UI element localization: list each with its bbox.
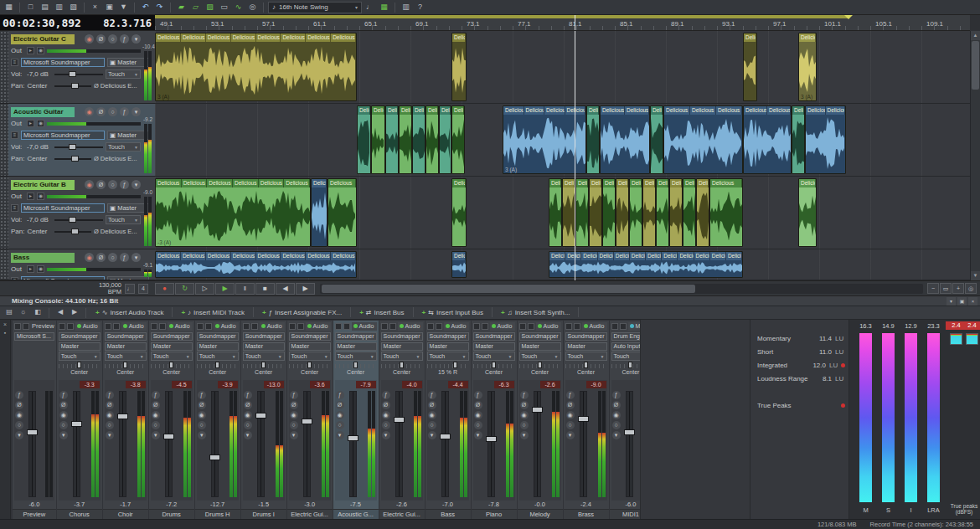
- fader-handle[interactable]: [255, 413, 266, 419]
- mute-button[interactable]: Ø: [96, 180, 106, 189]
- tempo-display[interactable]: 130,000 BPM: [99, 282, 121, 295]
- strip-mute-button[interactable]: ◉: [336, 411, 344, 419]
- strip-solo-button[interactable]: ○: [244, 421, 252, 429]
- clip-header[interactable]: Delicious: [400, 106, 411, 115]
- audio-clip[interactable]: Delicious: [311, 178, 328, 247]
- audio-clip[interactable]: Delicious: [439, 105, 451, 174]
- strip-device-button[interactable]: Soundmapper: [473, 332, 515, 341]
- strip-solo-button[interactable]: ○: [15, 421, 23, 429]
- strip-fx-button[interactable]: ƒ: [474, 391, 482, 399]
- strip-automation-select[interactable]: Touch▼: [519, 352, 561, 361]
- audio-clip[interactable]: DeliciousDeliciousDeliciousDeliciousDeli…: [155, 251, 357, 278]
- strip-output-button[interactable]: ▾: [15, 431, 23, 439]
- strip-solo-button[interactable]: ○: [520, 421, 529, 429]
- volume-slider-handle[interactable]: [69, 144, 76, 150]
- pan-value[interactable]: Center: [27, 82, 52, 90]
- strip-bus-button[interactable]: Master: [289, 342, 331, 351]
- audio-clip[interactable]: Delicious: [629, 178, 642, 247]
- strip-solo-button[interactable]: ○: [566, 421, 575, 429]
- audio-clip[interactable]: Delicious: [602, 178, 616, 247]
- fader-handle[interactable]: [578, 416, 589, 422]
- pan-slider-handle[interactable]: [628, 362, 632, 368]
- routing-icon[interactable]: ▸: [27, 120, 34, 127]
- mixer-next-icon[interactable]: ▶: [69, 307, 80, 318]
- window-menu-icon[interactable]: ▦: [3, 2, 15, 13]
- track-name[interactable]: Bass: [11, 253, 75, 263]
- strip-peak-readout[interactable]: -3.9: [218, 381, 238, 388]
- strip-fx-button[interactable]: ƒ: [336, 391, 344, 399]
- strip-automation-select[interactable]: Touch▼: [151, 352, 193, 361]
- strip-kind-chip[interactable]: Audio: [444, 322, 469, 331]
- mixing-console-titlebar[interactable]: Mixing Console: 44.100 Hz; 16 Bit ▾ ▣ ×: [0, 296, 980, 306]
- strip-fx-button[interactable]: ƒ: [290, 391, 298, 399]
- clip-header[interactable]: DeliciousDeliciousDeliciousDeliciousDeli…: [156, 252, 356, 260]
- clip-header[interactable]: Delicious: [799, 33, 816, 42]
- strip-fx-button[interactable]: ƒ: [244, 391, 252, 399]
- strip-power-button[interactable]: [105, 323, 111, 330]
- automation-mode-select[interactable]: Touch▼: [106, 142, 141, 152]
- clip-header[interactable]: DeliciousDeliciousDelicious: [664, 106, 742, 115]
- strip-kind-chip[interactable]: Audio: [490, 322, 515, 331]
- strip-automation-select[interactable]: Touch▼: [427, 352, 469, 361]
- strip-automation-select[interactable]: Touch▼: [335, 352, 377, 361]
- routing-icon[interactable]: ▸: [27, 47, 34, 54]
- mixer-strip[interactable]: AudioSoundmapperMasterTouch▼CenterƒØ◉○▾-…: [379, 321, 425, 519]
- pan-slider[interactable]: [473, 362, 515, 368]
- strip-automation-select[interactable]: Touch▼: [59, 352, 101, 361]
- strip-peak-readout[interactable]: -4.5: [172, 381, 192, 388]
- strip-device-button[interactable]: Microsoft S...: [14, 332, 54, 341]
- strip-power-button[interactable]: [335, 323, 342, 330]
- audio-clip[interactable]: DeliciousDelicious: [600, 105, 650, 174]
- strip-name[interactable]: Electric Gui...: [287, 509, 333, 519]
- track-fx-chain[interactable]: ØDelicious E...: [94, 82, 141, 90]
- groove-swing-select[interactable]: ♪16th Note Swing▾: [268, 2, 362, 13]
- mixer-strip[interactable]: AudioSoundmapperMasterTouch▼CenterƒØ◉○▾-…: [333, 321, 379, 519]
- solo-button[interactable]: ○: [108, 253, 117, 262]
- monitor-icon[interactable]: ◉: [37, 120, 44, 127]
- mixer-view-icon[interactable]: ▤: [3, 307, 15, 318]
- strip-output-button[interactable]: ▾: [152, 431, 160, 439]
- audio-clip[interactable]: Delicious: [371, 105, 385, 174]
- mixer-dock-pin-icon[interactable]: ▪: [4, 330, 6, 336]
- strip-device-button[interactable]: Soundmapper: [335, 332, 377, 341]
- pan-slider-handle[interactable]: [538, 362, 542, 368]
- clip-header[interactable]: Delicious: [563, 179, 575, 187]
- volume-value[interactable]: -7,0 dB: [27, 216, 52, 223]
- strip-auto-button[interactable]: [343, 323, 350, 330]
- strip-power-button[interactable]: [473, 323, 480, 330]
- project-properties-icon[interactable]: ▧: [67, 2, 80, 13]
- pan-slider[interactable]: [54, 155, 91, 162]
- strip-fx-button[interactable]: ƒ: [198, 391, 206, 399]
- strip-auto-button[interactable]: [389, 323, 396, 330]
- strip-bus-button[interactable]: Master: [197, 342, 239, 351]
- automation-mode-select[interactable]: Touch▼: [106, 215, 141, 224]
- insert-button-1[interactable]: +∿Insert Audio Track: [91, 307, 168, 318]
- scroll-up-arrow-icon[interactable]: ▲: [971, 31, 980, 40]
- mixer-strip[interactable]: AudioSoundmapperMasterTouch▼CenterƒØ◉○▾-…: [518, 321, 563, 519]
- output-device-button[interactable]: Microsoft Soundmapper: [21, 203, 105, 213]
- volume-fader[interactable]: [165, 391, 173, 497]
- strip-kind-chip[interactable]: Audio: [536, 322, 561, 331]
- mixer-toggle-icon[interactable]: ▥: [400, 2, 412, 13]
- strip-output-button[interactable]: ▾: [382, 431, 390, 439]
- mixer-dock-close-icon[interactable]: ×: [3, 321, 7, 327]
- audio-clip[interactable]: Delicious: [357, 105, 371, 174]
- clip-header[interactable]: Delicious: [328, 179, 356, 187]
- pan-value[interactable]: Center: [27, 155, 52, 162]
- track-more-button[interactable]: ▾: [132, 34, 141, 44]
- track-name[interactable]: Electric Guitar B: [11, 180, 75, 190]
- strip-kind-chip[interactable]: MIDI: [628, 322, 641, 331]
- strip-kind-chip[interactable]: Audio: [306, 322, 331, 331]
- strip-peak-readout[interactable]: -3.6: [310, 381, 330, 388]
- strip-automation-select[interactable]: Touch▼: [197, 352, 239, 361]
- strip-device-button[interactable]: Soundmapper: [197, 332, 239, 341]
- pan-slider-handle[interactable]: [169, 362, 173, 368]
- strip-device-button[interactable]: Soundmapper: [151, 332, 193, 341]
- strip-auto-button[interactable]: [528, 323, 534, 330]
- strip-power-button[interactable]: [289, 323, 296, 330]
- beat-position-display[interactable]: 82.3.716: [84, 15, 155, 30]
- strip-device-button[interactable]: Drum Engine: [611, 332, 641, 341]
- strip-mute-button[interactable]: ◉: [612, 411, 621, 419]
- record-arm-button[interactable]: ◉: [85, 107, 94, 116]
- strip-solo-button[interactable]: ○: [198, 421, 206, 429]
